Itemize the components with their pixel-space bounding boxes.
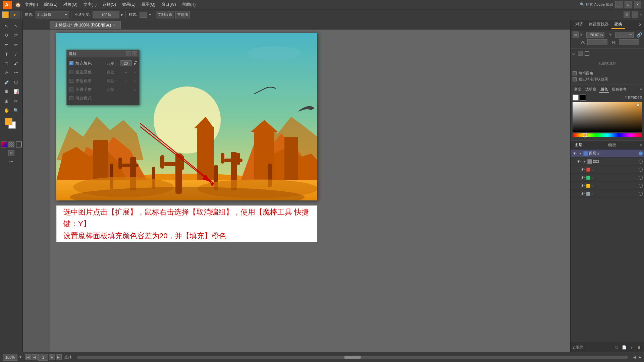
create-new-sublayer-btn[interactable]: 📄 [621,345,627,351]
layout-icon[interactable]: ⊞ [624,11,630,18]
zoom-tool[interactable]: 🔍 [12,106,20,115]
layer-red-row[interactable]: 👁 ... [571,166,644,174]
precise-shape-checkbox[interactable] [573,77,577,81]
eyedropper-tool[interactable]: 💉 [2,78,11,86]
artboard-tool[interactable]: ⊞ [2,97,11,105]
blend-tool[interactable]: ⬡ [12,78,20,86]
line-tool[interactable]: / [12,50,20,58]
panel-menu-icon[interactable]: ≡ [135,58,137,63]
layer-003-expand[interactable]: ▼ [582,160,586,164]
h-input[interactable]: 一 [619,39,639,45]
menu-help[interactable]: 帮助(H) [179,1,199,8]
layer-green-circle[interactable] [639,176,643,180]
layer-row-2[interactable]: 👁 ▼ 图层 2 [571,149,644,158]
menu-edit[interactable]: 编辑(E) [41,1,60,8]
preferences-btn[interactable]: 首选项 [175,11,190,18]
pen-tool[interactable]: ✒ [2,40,11,49]
graph-tool[interactable]: 📊 [12,87,20,96]
pencil-tool[interactable]: ✏ [12,40,20,49]
hue-bar[interactable] [573,133,642,137]
none-tool[interactable] [16,141,22,147]
appearance-expand-icon[interactable]: ▷ [573,52,575,55]
tab-opacity-panel[interactable]: 透明度 [584,86,598,93]
color-picker-gradient[interactable] [573,102,642,132]
make-clipping-mask-btn[interactable]: ⬡ [614,345,620,351]
layer-yellow-eye[interactable]: 👁 [580,183,585,188]
color-panel-menu[interactable]: ≡ [640,86,642,93]
x-input[interactable]: 50.87 px [586,32,605,38]
create-new-layer-btn[interactable]: + [629,345,635,351]
zoom-input[interactable] [3,354,17,361]
fill-corners-checkbox[interactable] [573,71,577,75]
next-page-btn[interactable]: ▶ [49,354,55,360]
blend-mode-checkbox[interactable] [69,96,73,100]
menu-select[interactable]: 选择(S) [100,1,119,8]
layer-2-expand[interactable]: ▼ [578,152,582,156]
rotate-tool[interactable]: ↺ [2,31,11,40]
horizontal-scrollbar[interactable] [77,356,628,359]
tab-color[interactable]: 颜色 [599,86,609,93]
warp-tool[interactable]: 〜 [12,68,20,77]
type-tool[interactable]: T [2,50,11,58]
layer-2-circle[interactable] [639,152,643,156]
page-input[interactable] [38,354,48,361]
rectangle-tool[interactable]: □ [2,59,11,68]
rotate-tool2[interactable]: ⟳ [2,68,11,77]
stroke-color-checkbox[interactable] [69,70,73,74]
minimize-icon[interactable]: _ [615,1,623,8]
layer-red-circle[interactable] [639,168,643,172]
symbol-tool[interactable]: ❋ [2,87,11,96]
layer-2-eye[interactable]: 👁 [572,151,577,156]
tab-transform[interactable]: 变换 [611,20,625,29]
doc-settings-btn[interactable]: 文档设置 [156,11,174,18]
foreground-color[interactable] [5,118,12,125]
scroll-right-btn[interactable]: ▶ [639,355,641,359]
layer-gray-circle[interactable] [639,192,643,196]
stroke-width-checkbox[interactable] [69,79,73,83]
opacity-input[interactable]: 100% [93,11,119,18]
layer-red-eye[interactable]: 👁 [580,167,585,172]
first-page-btn[interactable]: |◀ [25,354,31,360]
zoom-dropdown-btn[interactable]: ▼ [19,355,22,359]
tab-gradient[interactable]: 渐变 [573,86,583,93]
home-btn[interactable]: ⌂ [640,13,642,17]
layer-003-circle[interactable] [639,160,643,164]
layer-green-eye[interactable]: 👁 [580,175,585,180]
fill-swatch[interactable] [2,11,9,18]
w-input[interactable]: 一 [587,39,607,45]
reflect-tool[interactable]: ⇄ [12,31,20,40]
reference-point-icon[interactable]: ⊞ [573,32,579,38]
slice-tool[interactable]: ✂ [12,97,20,105]
hand-tool[interactable]: ✋ [2,106,11,115]
y-input[interactable]: 一 [615,32,634,38]
layer-green-row[interactable]: 👁 ... [571,174,644,182]
menu-text[interactable]: 文字(T) [81,1,99,8]
layer-003-row[interactable]: 👁 ▼ 003 [571,158,644,166]
panel-close-btn[interactable]: ✕ [132,51,137,56]
layer-gray-row[interactable]: 👁 ... [571,190,644,198]
menu-file[interactable]: 文件(F) [22,1,41,8]
maximize-icon[interactable]: □ [625,1,632,8]
menu-effect[interactable]: 效果(E) [119,1,138,8]
delete-layer-btn[interactable]: 🗑 [636,345,642,351]
fill-tolerance-input[interactable] [120,60,132,66]
selection-tool[interactable]: ↖ [2,21,11,30]
more-tools-btn[interactable]: ••• [9,160,13,164]
menu-object[interactable]: 对象(O) [61,1,80,8]
pattern-tool[interactable] [8,141,14,147]
black-swatch[interactable] [580,95,586,101]
panel-minimize-btn[interactable]: — [126,51,131,56]
layer-003-eye[interactable]: 👁 [576,159,581,164]
last-page-btn[interactable]: ▶| [56,354,62,360]
scroll-left-btn[interactable]: ◀ [633,355,636,359]
lock-proportions-icon[interactable]: 🔗 [636,32,642,38]
paintbrush-tool[interactable]: 🖌 [12,59,20,68]
direct-selection-tool[interactable]: ↖ [12,21,20,30]
opacity-arrow[interactable]: ▶ [121,13,123,16]
arrow-up-icon[interactable]: ↑ [632,11,638,18]
fill-type-btn[interactable]: ▶ [10,11,19,18]
tab-layers[interactable]: 图层 [573,141,585,148]
tab-close-btn[interactable]: ✕ [113,23,116,27]
close-icon[interactable]: ✕ [634,1,641,8]
gradient-tool[interactable] [1,141,7,147]
